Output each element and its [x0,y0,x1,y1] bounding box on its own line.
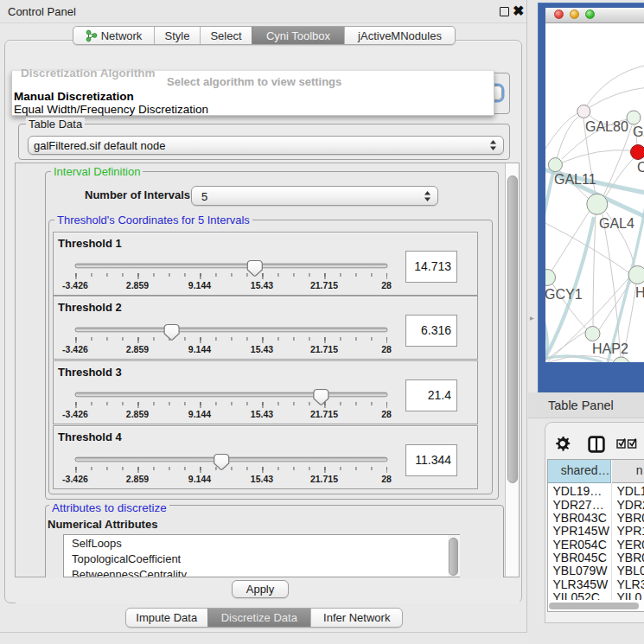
svg-text:H: H [635,285,644,300]
svg-text:GAL4: GAL4 [599,216,634,231]
svg-text:HAP2: HAP2 [592,341,628,356]
svg-text:C: C [637,160,644,175]
svg-text:GA: GA [633,124,644,139]
svg-text:GAL11: GAL11 [554,172,596,187]
svg-text:GAL80: GAL80 [585,119,628,134]
svg-text:GCY1: GCY1 [545,287,583,302]
